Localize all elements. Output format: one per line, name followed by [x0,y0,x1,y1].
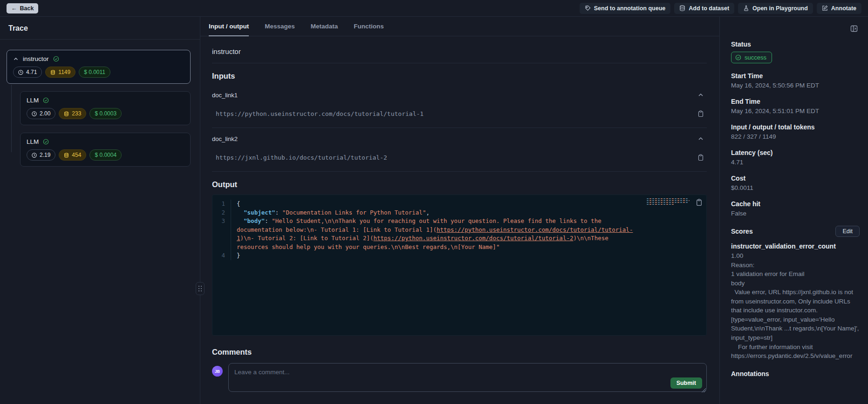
app-root: ← Back Send to annotation queue Add to d… [0,0,868,404]
start-time-field: Start Time May 16, 2024, 5:50:56 PM EDT [731,72,860,89]
trace-node-label: LLM [27,138,39,145]
clipboard-icon [697,154,704,161]
annotate-label: Annotate [831,5,856,12]
tab-input-output[interactable]: Input / output [209,17,249,36]
success-check-icon [53,56,59,62]
divider [212,171,707,172]
output-heading: Output [212,180,707,189]
input-block-doc-link1: doc_link1 https://python.useinstructor.c… [212,84,707,128]
topbar-actions: Send to annotation queue Add to dataset … [580,3,861,14]
copy-input-button[interactable] [696,108,706,119]
collapse-input-button[interactable] [696,134,706,144]
trace-panel: Trace instructor 4.71 [0,17,200,404]
scores-header: Scores Edit [731,226,860,237]
cache-hit-field: Cache hit False [731,200,860,217]
trace-panel-title: Trace [0,24,200,39]
database-icon [679,5,685,11]
tab-messages[interactable]: Messages [265,17,295,36]
trace-tree: instructor 4.71 1149 $ 0.001 [0,40,200,167]
details-panel: Status success Start Time May 16, 2024, … [719,17,868,404]
input-value: https://jxnl.github.io/docs/tutorial/tut… [216,154,387,161]
arrow-left-icon: ← [11,5,17,12]
comments-heading: Comments [212,348,707,357]
cost-field: Cost $0.0011 [731,175,860,191]
trace-node-label: instructor [23,55,49,62]
trace-node-instructor[interactable]: instructor 4.71 1149 $ 0.001 [7,50,191,84]
copy-input-button[interactable] [696,152,706,163]
trace-node-llm-2[interactable]: LLM 2.19 454 [20,133,191,167]
status-badge: success [731,52,772,63]
tokens-badge: 454 [59,149,86,161]
latency-badge: 4.71 [13,67,42,78]
tab-functions[interactable]: Functions [354,17,384,36]
trace-node-label: LLM [27,97,39,104]
latency-field: Latency (sec) 4.71 [731,149,860,166]
trace-node-llm-1[interactable]: LLM 2.00 233 [20,91,191,125]
chevron-up-icon [697,135,704,142]
comment-input[interactable] [228,363,707,392]
edit-scores-button[interactable]: Edit [835,226,860,237]
score-name: instructor_validation_error_count [731,242,860,250]
clipboard-icon [696,199,703,206]
submit-comment-button[interactable]: Submit [670,377,702,389]
database-icon [64,111,69,116]
chevron-up-icon[interactable] [13,56,19,62]
panel-resize-handle[interactable] [196,282,205,295]
avatar: JB [212,366,223,377]
annotate-icon [822,5,828,11]
open-in-playground-label: Open in Playground [752,5,808,12]
back-label: Back [20,5,34,12]
cost-badge: $ 0.0003 [89,108,122,119]
add-to-dataset-button[interactable]: Add to dataset [674,3,734,14]
send-to-annotation-queue-button[interactable]: Send to annotation queue [580,3,670,14]
code-minimap[interactable] [647,198,690,208]
clipboard-icon [697,110,704,117]
input-name: doc_link2 [212,135,238,142]
output-code-block: 1{2 "subject": "Documentation Links for … [212,195,707,336]
cost-badge: $ 0.0004 [89,149,122,161]
end-time-field: End Time May 16, 2024, 5:51:01 PM EDT [731,98,860,114]
add-to-dataset-label: Add to dataset [689,5,729,12]
latency-badge: 2.19 [27,149,55,161]
panel-collapse-icon [850,25,858,32]
copy-output-button[interactable] [696,199,703,206]
flask-icon [743,5,749,11]
collapse-input-button[interactable] [696,90,706,100]
chevron-up-icon [697,92,704,98]
score-reason-text: 1 validation error for Email body Value … [731,269,860,361]
input-value: https://python.useinstructor.com/docs/tu… [216,110,424,117]
send-to-annotation-queue-label: Send to annotation queue [594,5,665,12]
open-in-playground-button[interactable]: Open in Playground [738,3,813,14]
code-lines: 1{2 "subject": "Documentation Links for … [212,200,706,260]
database-icon [64,153,69,158]
main-content: Input / output Messages Metadata Functio… [200,17,719,404]
annotate-button[interactable]: Annotate [817,3,861,14]
tokens-field: Input / output / total tokens 822 / 327 … [731,123,860,140]
success-check-icon [735,54,741,61]
comment-composer: JB Submit [212,363,707,393]
tokens-badge: 233 [59,108,86,119]
tab-bar: Input / output Messages Metadata Functio… [200,17,719,36]
topbar: ← Back Send to annotation queue Add to d… [0,0,868,17]
status-field: Status success [731,40,860,63]
run-title: instructor [212,44,707,63]
back-button[interactable]: ← Back [7,3,38,13]
resize-handle-icon[interactable] [702,388,706,392]
success-check-icon [43,97,49,103]
input-block-doc-link2: doc_link2 https://jxnl.github.io/docs/tu… [212,128,707,172]
latency-badge: 2.00 [27,108,55,119]
tag-icon [585,5,591,11]
database-icon [50,70,55,75]
tab-metadata[interactable]: Metadata [311,17,338,36]
score-reason-label: Reason: [731,262,860,269]
annotations-heading: Annotations [731,370,860,377]
inputs-heading: Inputs [212,72,707,81]
clock-icon [32,153,37,158]
clock-icon [32,111,37,116]
cost-badge: $ 0.0011 [79,67,110,78]
score-value: 1.00 [731,252,860,259]
tokens-badge: 1149 [45,67,75,78]
clock-icon [18,70,23,75]
collapse-panel-button[interactable] [848,23,860,34]
trace-children: LLM 2.00 233 [20,91,191,167]
